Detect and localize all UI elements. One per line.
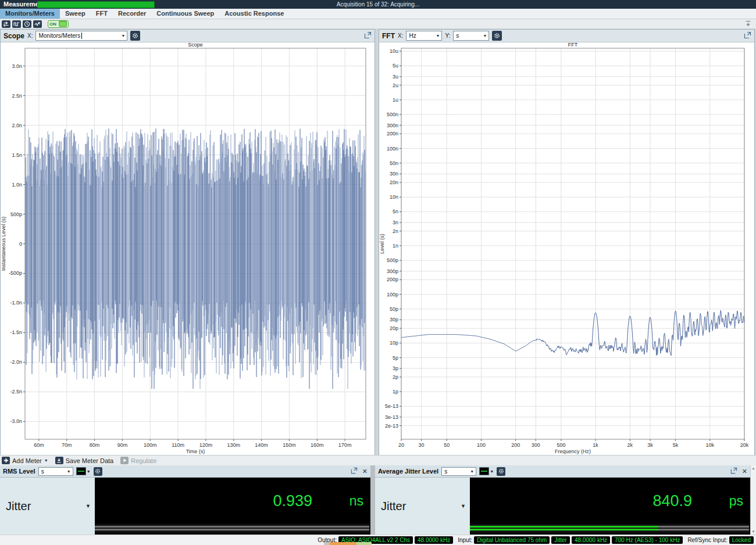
monitors-on-toggle[interactable]: ON	[48, 20, 69, 28]
svg-text:Instantaneous Level (s): Instantaneous Level (s)	[1, 217, 6, 271]
waveform-monitor-icon[interactable]	[33, 20, 42, 28]
svg-text:20k: 20k	[740, 442, 749, 448]
chevron-down-icon: ▼	[461, 503, 466, 509]
io-routing-icon[interactable]	[2, 20, 10, 28]
fft-panel-title: FFT	[382, 32, 395, 40]
svg-text:10k: 10k	[706, 442, 715, 448]
status-badge-digital-unbalanced-75-ohm[interactable]: Digital Unbalanced 75 ohm	[474, 536, 550, 544]
fft-popout-icon[interactable]	[744, 31, 751, 41]
scope-x-source-combobox[interactable]: Monitors/Meters ▼	[35, 31, 127, 41]
svg-text:60m: 60m	[34, 442, 44, 448]
fft-panel: FFT X: Hz ▼ Y: s ▼ FFT10u5u3u2u1u500n300…	[379, 29, 755, 455]
svg-text:5k: 5k	[673, 442, 679, 448]
chart-workspace: Scope X: Monitors/Meters ▼ Scope3.0n2.5n…	[0, 29, 756, 455]
svg-text:110m: 110m	[172, 442, 184, 448]
svg-text:130m: 130m	[227, 442, 241, 448]
svg-text:100n: 100n	[387, 146, 398, 152]
add-meter-button[interactable]: Add Meter ▼	[2, 457, 48, 464]
svg-text:10n: 10n	[390, 194, 398, 200]
svg-text:10u: 10u	[390, 48, 398, 54]
svg-text:3.0n: 3.0n	[12, 63, 22, 69]
tab-recorder[interactable]: Recorder	[113, 9, 151, 19]
scope-panel-title: Scope	[3, 32, 24, 40]
average-jitter-meter-panel: Average Jitter Level s ▼ ▼ ✕	[375, 465, 750, 535]
pin-panel-icon[interactable]	[745, 19, 751, 29]
svg-text:150m: 150m	[283, 442, 296, 448]
rms-popout-icon[interactable]	[351, 466, 358, 476]
svg-text:2e-13: 2e-13	[385, 423, 398, 429]
status-badge-locked[interactable]: Locked	[729, 536, 754, 544]
status-bar: Output:ASIO: ASIO4ALL v2 2 Chs48.0000 kH…	[0, 535, 756, 545]
regulate-button[interactable]: Regulate	[120, 457, 156, 464]
tab-continuous-sweep[interactable]: Continuous Sweep	[151, 9, 219, 19]
scope-popout-icon[interactable]	[364, 31, 372, 41]
status-badge-48-0000-khz[interactable]: 48.0000 kHz	[572, 536, 610, 544]
meters-scrollbar[interactable]: ▲ ▼	[750, 465, 756, 535]
fft-settings-gear-icon[interactable]	[492, 31, 502, 41]
svg-text:1.0n: 1.0n	[12, 182, 22, 188]
square-wave-icon[interactable]	[12, 20, 21, 28]
rms-settings-gear-icon[interactable]	[94, 467, 102, 476]
status-badge-700-hz-aes3-100-khz[interactable]: 700 Hz (AES3) - 100 kHz	[612, 536, 683, 544]
title-bar: Measurements Acquisition 15 of 32: Acqui…	[0, 0, 756, 9]
fft-x-units-combobox[interactable]: Hz ▼	[406, 31, 442, 41]
svg-text:100p: 100p	[387, 292, 398, 297]
svg-text:1.5n: 1.5n	[12, 152, 22, 158]
jitter-unit: ps	[692, 493, 749, 509]
chevron-down-icon: ▼	[468, 469, 474, 474]
fft-y-axis-label: Y:	[445, 33, 450, 39]
tab-monitors-meters[interactable]: Monitors/Meters	[0, 9, 60, 19]
add-meter-label: Add Meter	[12, 457, 42, 464]
text-caret	[81, 33, 82, 39]
svg-text:30: 30	[419, 442, 425, 448]
svg-text:3e-13: 3e-13	[385, 414, 398, 420]
jitter-level-bar	[470, 525, 749, 532]
svg-text:-500p: -500p	[9, 270, 22, 276]
svg-text:70m: 70m	[62, 442, 72, 448]
scope-settings-gear-icon[interactable]	[130, 31, 140, 41]
status-badge-jitter[interactable]: Jitter	[551, 536, 570, 544]
scroll-up-icon[interactable]: ▲	[752, 467, 755, 470]
jitter-close-icon[interactable]: ✕	[742, 468, 747, 475]
svg-text:3u: 3u	[393, 74, 398, 80]
svg-text:1k: 1k	[593, 442, 598, 448]
svg-text:Time (s): Time (s)	[186, 449, 205, 454]
svg-text:50p: 50p	[390, 306, 398, 312]
rms-display-style-button[interactable]: ▼	[76, 467, 91, 475]
jitter-units-combobox[interactable]: s ▼	[441, 467, 476, 476]
regulate-label: Regulate	[131, 457, 156, 464]
rms-value: 0.939	[273, 492, 312, 510]
chevron-down-icon: ▼	[65, 469, 71, 474]
rms-channel-selector[interactable]: Jitter ▼	[0, 478, 95, 535]
fft-chart[interactable]: FFT10u5u3u2u1u500n300n200n100n50n30n20n1…	[379, 42, 754, 456]
fft-y-units-value: s	[456, 33, 459, 39]
svg-text:5p: 5p	[393, 355, 398, 361]
svg-text:3p: 3p	[393, 365, 398, 371]
svg-text:1p: 1p	[393, 389, 398, 395]
fft-y-units-combobox[interactable]: s ▼	[453, 31, 489, 41]
jitter-channel-selector[interactable]: Jitter ▼	[375, 478, 470, 535]
jitter-popout-icon[interactable]	[730, 466, 737, 476]
monitor-toolbar: ON	[0, 19, 756, 29]
taskbar-peek-sliver	[324, 542, 372, 545]
on-toggle-label: ON	[49, 21, 56, 27]
tab-acoustic-response[interactable]: Acoustic Response	[219, 9, 289, 19]
save-meter-data-button[interactable]: Save Meter Data	[55, 457, 114, 464]
svg-text:500p: 500p	[10, 211, 22, 217]
scope-x-source-value: Monitors/Meters	[38, 33, 80, 39]
svg-text:-2.5n: -2.5n	[10, 389, 22, 395]
jitter-display-style-button[interactable]: ▼	[479, 467, 494, 475]
scroll-down-icon[interactable]: ▼	[752, 530, 755, 533]
rms-close-icon[interactable]: ✕	[362, 468, 368, 475]
rms-units-combobox[interactable]: s ▼	[38, 467, 73, 476]
clock-icon[interactable]	[23, 20, 31, 28]
tab-sweep[interactable]: Sweep	[60, 9, 91, 19]
scope-chart-area: Scope3.0n2.5n2.0n1.5n1.0n500p0-500p-1.0n…	[1, 42, 375, 458]
jitter-settings-gear-icon[interactable]	[497, 467, 505, 476]
tab-fft[interactable]: FFT	[91, 9, 113, 19]
status-badge-48-0000-khz[interactable]: 48.0000 kHz	[415, 536, 453, 544]
meter-toolbar: Add Meter ▼ Save Meter Data Regulate	[0, 455, 756, 465]
svg-text:3n: 3n	[393, 220, 398, 225]
scope-chart[interactable]: Scope3.0n2.5n2.0n1.5n1.0n500p0-500p-1.0n…	[1, 42, 375, 456]
svg-text:3k: 3k	[647, 442, 653, 448]
